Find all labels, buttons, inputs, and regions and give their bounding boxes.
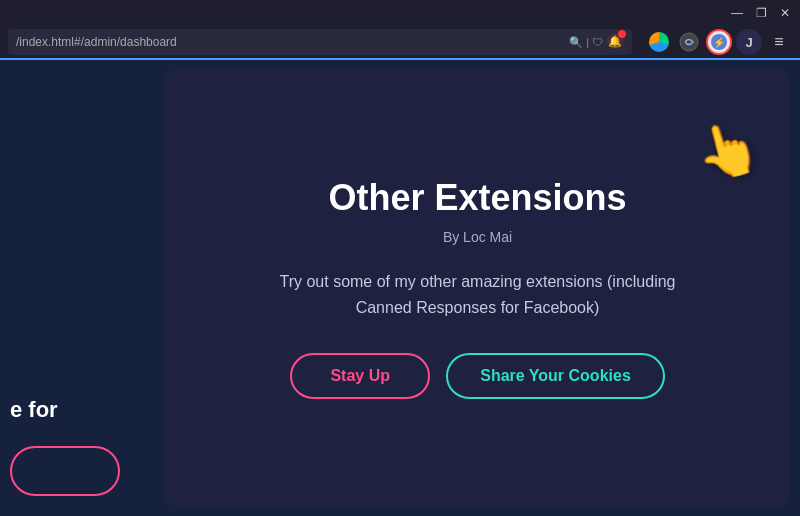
notification-badge-icon: 🔔 [606, 32, 624, 52]
close-button[interactable]: ✕ [778, 6, 792, 20]
search-icon: 🔍 [569, 36, 583, 49]
author-label: By Loc Mai [443, 229, 512, 245]
stay-up-button[interactable]: Stay Up [290, 353, 430, 399]
stats-icon[interactable] [646, 29, 672, 55]
divider: | [586, 36, 589, 48]
svg-text:🔔: 🔔 [608, 34, 622, 48]
sync-icon[interactable] [676, 29, 702, 55]
description-text: Try out some of my other amazing extensi… [268, 269, 688, 320]
shield-icon: 🛡 [592, 36, 603, 48]
minimize-button[interactable]: — [730, 6, 744, 20]
address-text: /index.html#/admin/dashboard [16, 35, 563, 49]
restore-button[interactable]: ❐ [754, 6, 768, 20]
svg-point-2 [680, 33, 698, 51]
window-controls: — ❐ ✕ [730, 6, 792, 20]
j-label: J [745, 35, 752, 50]
j-icon[interactable]: J [736, 29, 762, 55]
buttons-row: Stay Up Share Your Cookies [290, 353, 665, 399]
main-content: e for Other Extensions By Loc Mai Try ou… [0, 60, 800, 516]
extension-highlighted-icon[interactable]: ⚡ [706, 29, 732, 55]
address-bar[interactable]: /index.html#/admin/dashboard 🔍 | 🛡 🔔 [8, 29, 632, 55]
left-partial-text: e for [10, 395, 155, 426]
browser-chrome: — ❐ ✕ /index.html#/admin/dashboard 🔍 | 🛡… [0, 0, 800, 60]
address-icons: 🔍 | 🛡 🔔 [569, 32, 624, 52]
other-extensions-title: Other Extensions [328, 177, 626, 219]
svg-text:⚡: ⚡ [713, 36, 726, 49]
left-button[interactable] [10, 446, 120, 496]
center-panel: Other Extensions By Loc Mai Try out some… [165, 70, 790, 506]
circle-stats [649, 32, 669, 52]
title-bar: — ❐ ✕ [0, 0, 800, 26]
toolbar-right: ⚡ J ≡ [646, 29, 792, 55]
share-cookies-button[interactable]: Share Your Cookies [446, 353, 665, 399]
address-bar-row: /index.html#/admin/dashboard 🔍 | 🛡 🔔 [0, 26, 800, 58]
left-panel: e for [0, 60, 155, 516]
browser-menu-icon[interactable]: ≡ [766, 29, 792, 55]
